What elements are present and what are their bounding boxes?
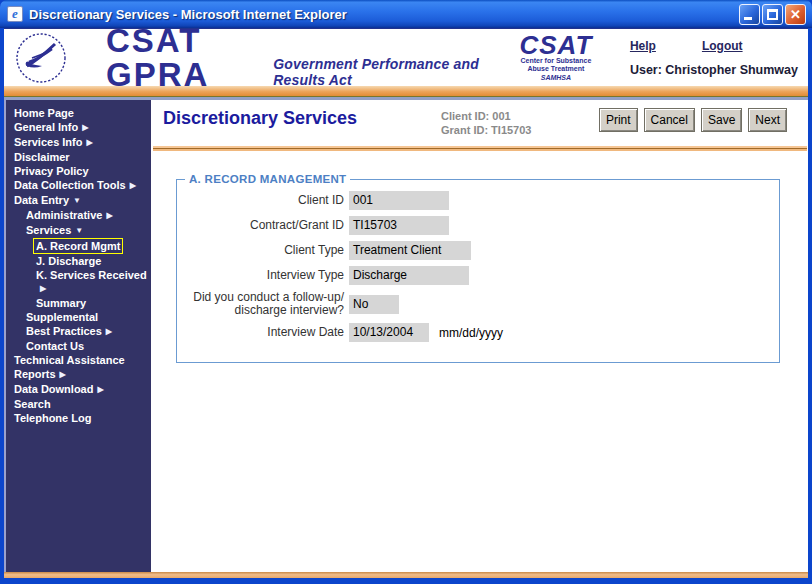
interview-type-field[interactable]: Discharge bbox=[349, 266, 469, 285]
field-label: Client ID bbox=[177, 194, 349, 207]
sidebar-item-label: Contact Us bbox=[26, 340, 84, 352]
window-title: Discretionary Services - Microsoft Inter… bbox=[29, 7, 739, 22]
save-button[interactable]: Save bbox=[701, 108, 742, 132]
sidebar-item-k-services-received[interactable]: K. Services Received▶ bbox=[6, 268, 151, 296]
sidebar-item-data-entry[interactable]: Data Entry▼ bbox=[6, 193, 151, 208]
sidebar-item-j-discharge[interactable]: J. Discharge bbox=[6, 254, 151, 268]
maximize-button[interactable] bbox=[762, 4, 783, 25]
sidebar-item-services[interactable]: Services▼ bbox=[6, 223, 151, 238]
chevron-right-icon: ▶ bbox=[40, 282, 151, 296]
minimize-icon bbox=[744, 17, 752, 20]
sidebar-item-supplemental[interactable]: Supplemental bbox=[6, 310, 151, 324]
chevron-right-icon: ▶ bbox=[97, 385, 103, 394]
cancel-button[interactable]: Cancel bbox=[644, 108, 695, 132]
sidebar-item-label: J. Discharge bbox=[36, 255, 101, 267]
grant-id-text: Grant ID: TI15703 bbox=[441, 123, 599, 137]
sidebar-item-privacy-policy[interactable]: Privacy Policy bbox=[6, 164, 151, 178]
contract-grant-id-field[interactable]: TI15703 bbox=[349, 216, 449, 235]
did-you-conduct-a-follow-up-di-field[interactable]: No bbox=[349, 295, 399, 314]
csat-logo-text: CSAT bbox=[510, 33, 602, 57]
close-button[interactable]: ✕ bbox=[785, 4, 806, 25]
help-link[interactable]: Help bbox=[630, 39, 656, 53]
sidebar-item-home-page[interactable]: Home Page bbox=[6, 106, 151, 120]
sidebar-item-a-record-mgmt[interactable]: A. Record Mgmt bbox=[6, 238, 151, 254]
hhs-eagle-logo bbox=[14, 31, 68, 85]
sidebar-item-label: K. Services Received bbox=[36, 269, 147, 281]
sidebar-item-reports[interactable]: Reports▶ bbox=[6, 367, 151, 382]
interview-date-field[interactable]: 10/13/2004 bbox=[349, 323, 429, 342]
form-row-client-id: Client ID001 bbox=[177, 191, 779, 210]
brand-block: CSAT GPRA Government Performance and Res… bbox=[106, 24, 484, 92]
app-header: CSAT GPRA Government Performance and Res… bbox=[4, 28, 808, 86]
page-title: Discretionary Services bbox=[163, 108, 441, 129]
sidebar-item-technical-assistance[interactable]: Technical Assistance bbox=[6, 353, 151, 367]
sidebar-item-disclaimer[interactable]: Disclaimer bbox=[6, 150, 151, 164]
sidebar-item-label: Best Practices bbox=[26, 325, 102, 337]
sidebar-item-administrative[interactable]: Administrative▶ bbox=[6, 208, 151, 223]
sidebar-item-general-info[interactable]: General Info▶ bbox=[6, 120, 151, 135]
csat-samhsa-logo: CSAT Center for Substance Abuse Treatmen… bbox=[510, 33, 602, 82]
field-label: Did you conduct a follow-up/ discharge i… bbox=[177, 291, 349, 317]
sidebar-nav: Home PageGeneral Info▶Services Info▶Disc… bbox=[4, 100, 151, 572]
sidebar-item-label: Privacy Policy bbox=[14, 165, 89, 177]
page-header-row: Discretionary Services Client ID: 001 Gr… bbox=[151, 100, 808, 142]
action-toolbar: PrintCancelSaveNext bbox=[599, 108, 787, 132]
sidebar-item-best-practices[interactable]: Best Practices▶ bbox=[6, 324, 151, 339]
maximize-icon bbox=[767, 9, 778, 20]
sidebar-item-label: Search bbox=[14, 398, 51, 410]
brand-title: CSAT GPRA bbox=[106, 24, 259, 92]
client-grant-info: Client ID: 001 Grant ID: TI15703 bbox=[441, 108, 599, 137]
csat-logo-line1: Center for Substance bbox=[510, 57, 602, 65]
section-title: A. RECORD MANAGEMENT bbox=[185, 173, 350, 185]
sidebar-item-data-collection-tools[interactable]: Data Collection Tools▶ bbox=[6, 178, 151, 193]
logged-in-user: User: Christopher Shumway bbox=[630, 63, 798, 77]
chevron-right-icon: ▶ bbox=[130, 181, 136, 190]
brand-tagline: Government Performance and Results Act bbox=[273, 56, 484, 88]
sidebar-item-label: Telephone Log bbox=[14, 412, 91, 424]
close-icon: ✕ bbox=[786, 6, 805, 24]
sidebar-item-label: Disclaimer bbox=[14, 151, 70, 163]
form-row-contract-grant-id: Contract/Grant IDTI15703 bbox=[177, 216, 779, 235]
internet-explorer-icon: e bbox=[7, 6, 23, 22]
client-id-text: Client ID: 001 bbox=[441, 109, 599, 123]
sidebar-item-search[interactable]: Search bbox=[6, 397, 151, 411]
form-row-interview-date: Interview Date10/13/2004mm/dd/yyyy bbox=[177, 323, 779, 342]
sidebar-item-label: Supplemental bbox=[26, 311, 98, 323]
field-label: Interview Type bbox=[177, 269, 349, 282]
sidebar-item-services-info[interactable]: Services Info▶ bbox=[6, 135, 151, 150]
chevron-down-icon: ▼ bbox=[73, 196, 81, 205]
print-button[interactable]: Print bbox=[599, 108, 638, 132]
page-body: CSAT GPRA Government Performance and Res… bbox=[4, 28, 808, 578]
field-label: Contract/Grant ID bbox=[177, 219, 349, 232]
field-label: Client Type bbox=[177, 244, 349, 257]
next-button[interactable]: Next bbox=[748, 108, 787, 132]
chevron-right-icon: ▶ bbox=[106, 327, 112, 336]
record-management-section: A. RECORD MANAGEMENT Client ID001Contrac… bbox=[176, 173, 780, 363]
chevron-right-icon: ▶ bbox=[86, 138, 92, 147]
sidebar-item-label: Services bbox=[26, 224, 71, 236]
sidebar-item-label: A. Record Mgmt bbox=[33, 238, 123, 254]
sidebar-item-label: Services Info bbox=[14, 136, 82, 148]
client-type-field[interactable]: Treatment Client bbox=[349, 241, 471, 260]
logout-link[interactable]: Logout bbox=[702, 39, 743, 53]
session-block: Help Logout User: Christopher Shumway bbox=[630, 39, 798, 77]
sidebar-item-label: General Info bbox=[14, 121, 78, 133]
sidebar-item-telephone-log[interactable]: Telephone Log bbox=[6, 411, 151, 425]
record-management-form: Client ID001Contract/Grant IDTI15703Clie… bbox=[177, 191, 779, 342]
title-separator bbox=[153, 146, 807, 151]
window-controls: ✕ bbox=[739, 4, 806, 25]
sidebar-item-summary[interactable]: Summary bbox=[6, 296, 151, 310]
form-row-interview-type: Interview TypeDischarge bbox=[177, 266, 779, 285]
sidebar-item-label: Reports bbox=[14, 368, 56, 380]
sidebar-item-contact-us[interactable]: Contact Us bbox=[6, 339, 151, 353]
date-format-hint: mm/dd/yyyy bbox=[439, 326, 503, 340]
chevron-right-icon: ▶ bbox=[106, 211, 112, 220]
minimize-button[interactable] bbox=[739, 4, 760, 25]
main-content: Discretionary Services Client ID: 001 Gr… bbox=[151, 100, 808, 572]
csat-logo-line2: Abuse Treatment bbox=[510, 65, 602, 73]
form-row-did-you-conduct-a-follow-up-di: Did you conduct a follow-up/ discharge i… bbox=[177, 291, 779, 317]
client-id-field[interactable]: 001 bbox=[349, 191, 449, 210]
sidebar-item-label: Technical Assistance bbox=[14, 354, 125, 366]
chevron-down-icon: ▼ bbox=[75, 226, 83, 235]
sidebar-item-data-download[interactable]: Data Download▶ bbox=[6, 382, 151, 397]
